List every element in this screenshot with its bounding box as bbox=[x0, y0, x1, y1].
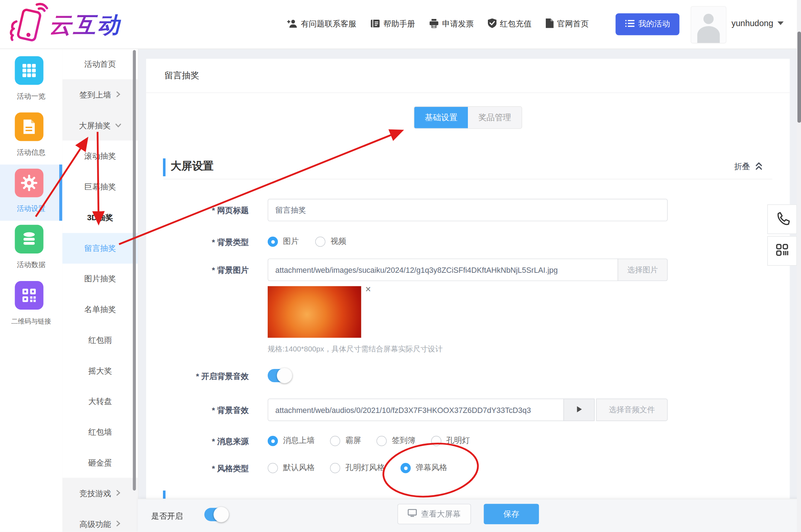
nav-redpacket-recharge[interactable]: 红包充值 bbox=[488, 18, 531, 30]
my-activities-button[interactable]: 我的活动 bbox=[615, 13, 679, 35]
bg-type-radio-group: 图片 视频 bbox=[268, 236, 346, 247]
collapse-button[interactable]: 折叠 bbox=[734, 162, 763, 172]
avatar[interactable] bbox=[691, 6, 726, 43]
bg-sound-label: * 背景音效 bbox=[152, 405, 249, 416]
radio-kongming-lantern[interactable] bbox=[431, 435, 441, 446]
background-image-preview bbox=[268, 286, 361, 338]
play-audio-button[interactable] bbox=[563, 399, 594, 421]
image-spec-hint: 规格:1400*800px，具体尺寸需结合屏幕实际尺寸设计 bbox=[268, 344, 442, 354]
submenu-item-competitive-games[interactable]: 竞技游戏 bbox=[62, 478, 138, 509]
radio-danmu-style[interactable] bbox=[400, 463, 411, 473]
chevron-right-icon bbox=[115, 90, 121, 100]
printer-icon bbox=[429, 19, 439, 30]
chevron-right-icon bbox=[115, 519, 121, 529]
tab-prize-management[interactable]: 奖品管理 bbox=[468, 107, 521, 128]
list-icon bbox=[625, 20, 634, 29]
sidebar-item-activity-settings[interactable]: 活动设置 bbox=[0, 169, 62, 225]
sidebar-item-activity-data[interactable]: 活动数据 bbox=[0, 225, 62, 281]
submenu-item-rolling-lottery[interactable]: 滚动抽奖 bbox=[62, 141, 138, 172]
page-title: 留言抽奖 bbox=[164, 69, 199, 81]
submenu-item-wheel[interactable]: 大转盘 bbox=[62, 386, 138, 417]
choose-audio-button[interactable]: 选择音频文件 bbox=[596, 399, 668, 421]
app-window: 云互动 有问题联系客服 bbox=[0, 0, 801, 532]
radio-baping[interactable] bbox=[330, 435, 340, 446]
sidebar-item-qrcode-links[interactable]: 二维码与链接 bbox=[0, 281, 62, 337]
submenu-item-redpacket-rain[interactable]: 红包雨 bbox=[62, 325, 138, 356]
logo-text: 云互动 bbox=[49, 10, 121, 40]
contact-phone-button[interactable] bbox=[767, 205, 797, 234]
submenu-item-3d-lottery[interactable]: 3D抽奖 bbox=[62, 202, 138, 233]
nav-contact-support[interactable]: 有问题联系客服 bbox=[287, 19, 356, 30]
toggle-knob bbox=[277, 368, 292, 383]
submenu-scrollbar[interactable] bbox=[133, 50, 136, 491]
double-chevron-up-icon bbox=[755, 162, 762, 172]
nav-request-invoice[interactable]: 申请发票 bbox=[429, 19, 474, 30]
play-icon bbox=[576, 405, 582, 414]
radio-lantern-style[interactable] bbox=[330, 463, 340, 473]
submenu-item-picture-lottery[interactable]: 图片抽奖 bbox=[62, 263, 138, 294]
section-accent-bar bbox=[163, 158, 165, 176]
tab-basic-settings[interactable]: 基础设置 bbox=[414, 107, 468, 128]
submenu-item-message-lottery[interactable]: 留言抽奖 bbox=[62, 233, 138, 264]
apps-qr-button[interactable] bbox=[767, 236, 797, 266]
add-user-icon bbox=[287, 19, 297, 30]
web-title-label: * 网页标题 bbox=[152, 206, 249, 216]
submenu-item-megascreen-lottery[interactable]: 巨幕抽奖 bbox=[62, 172, 138, 202]
page-scrollbar-thumb[interactable] bbox=[797, 32, 801, 123]
nav-help-manual[interactable]: 帮助手册 bbox=[370, 19, 415, 30]
radio-default-style[interactable] bbox=[268, 463, 278, 473]
section-title: 大屏设置 bbox=[170, 159, 213, 173]
bg-sound-toggle[interactable] bbox=[268, 369, 291, 382]
section-accent-bar bbox=[163, 491, 165, 499]
submenu-item-redpacket-wall[interactable]: 红包墙 bbox=[62, 417, 138, 448]
submenu-item-bigscreen-lottery[interactable]: 大屏抽奖 bbox=[62, 110, 138, 141]
remove-image-icon[interactable]: × bbox=[365, 284, 371, 294]
style-type-radio-group: 默认风格 孔明灯风格 弹幕风格 bbox=[268, 462, 447, 473]
file-icon bbox=[545, 18, 554, 30]
avatar-head bbox=[703, 14, 714, 24]
sidebar-item-activity-overview[interactable]: 活动一览 bbox=[0, 56, 62, 112]
web-title-input[interactable] bbox=[268, 199, 668, 221]
radio-message-wall[interactable] bbox=[268, 435, 278, 446]
phone-icon bbox=[775, 211, 790, 228]
top-nav: 有问题联系客服 帮助手册 bbox=[287, 0, 589, 49]
main-card: 留言抽奖 基础设置 奖品管理 大屏设置 折叠 * 网页标题 * 背景类型 图片 … bbox=[146, 59, 790, 499]
bg-sound-input[interactable] bbox=[268, 399, 564, 421]
avatar-shoulders bbox=[697, 26, 720, 44]
sidebar-item-activity-info[interactable]: 活动信息 bbox=[0, 112, 62, 168]
chevron-down-icon bbox=[115, 121, 122, 130]
radio-video[interactable] bbox=[315, 236, 326, 247]
bg-type-label: * 背景类型 bbox=[152, 237, 249, 248]
hand-phone-logo-icon bbox=[5, 2, 49, 48]
bg-sound-toggle-label: * 开启背景音效 bbox=[152, 371, 249, 382]
submenu-item-shake-prize[interactable]: 摇大奖 bbox=[62, 356, 138, 386]
divider bbox=[146, 93, 790, 93]
choose-image-button[interactable]: 选择图片 bbox=[618, 258, 668, 281]
view-bigscreen-button[interactable]: 查看大屏幕 bbox=[397, 504, 471, 524]
submenu-item-signin-wall[interactable]: 签到上墙 bbox=[62, 80, 138, 110]
submenu-item-advanced-features[interactable]: 高级功能 bbox=[62, 509, 138, 532]
book-icon bbox=[370, 19, 380, 30]
database-icon bbox=[15, 225, 43, 253]
settings-tabs: 基础设置 奖品管理 bbox=[414, 106, 522, 129]
radio-signin-book[interactable] bbox=[376, 435, 387, 446]
save-button[interactable]: 保存 bbox=[484, 504, 539, 524]
style-type-label: * 风格类型 bbox=[152, 463, 249, 474]
toggle-knob bbox=[213, 507, 229, 522]
bg-image-input[interactable] bbox=[268, 258, 618, 281]
bg-image-label: * 背景图片 bbox=[152, 265, 249, 276]
bottom-action-bar: 是否开启 查看大屏幕 保存 bbox=[138, 499, 801, 532]
enable-toggle[interactable] bbox=[204, 508, 228, 521]
gear-icon bbox=[15, 169, 43, 197]
radio-image[interactable] bbox=[268, 236, 278, 247]
logo[interactable]: 云互动 bbox=[5, 2, 121, 48]
submenu-item-activity-home[interactable]: 活动首页 bbox=[62, 49, 138, 80]
chevron-right-icon bbox=[115, 489, 121, 498]
divider bbox=[163, 179, 772, 179]
document-icon bbox=[15, 112, 43, 141]
nav-official-site[interactable]: 官网首页 bbox=[545, 18, 589, 30]
submenu-item-namelist-lottery[interactable]: 名单抽奖 bbox=[62, 294, 138, 325]
msg-source-radio-group: 消息上墙 霸屏 签到簿 孔明灯 bbox=[268, 435, 470, 446]
user-menu[interactable]: yunhudong bbox=[732, 18, 783, 28]
submenu-item-golden-egg[interactable]: 砸金蛋 bbox=[62, 448, 138, 478]
